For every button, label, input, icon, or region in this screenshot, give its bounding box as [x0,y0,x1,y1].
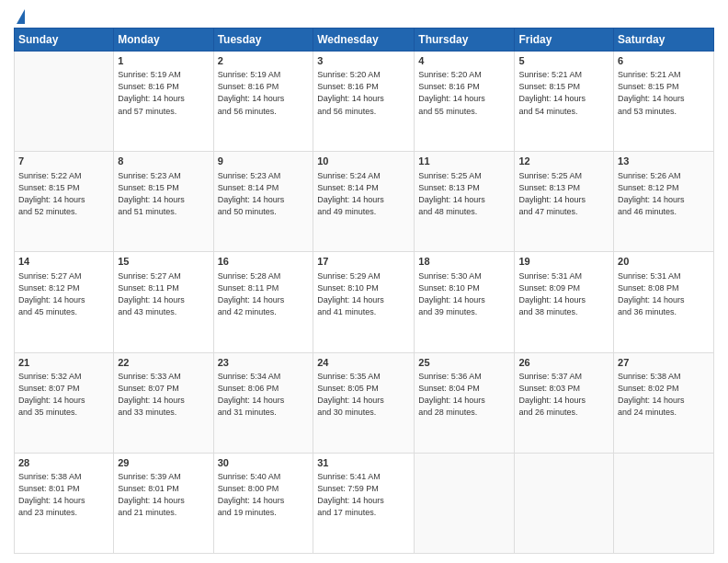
day-number: 9 [218,155,310,168]
day-info: Sunrise: 5:36 AM Sunset: 8:04 PM Dayligh… [418,371,510,419]
calendar-cell: 13Sunrise: 5:26 AM Sunset: 8:12 PM Dayli… [614,152,714,252]
day-number: 10 [317,155,410,168]
day-info: Sunrise: 5:29 AM Sunset: 8:10 PM Dayligh… [317,270,410,318]
calendar-cell: 28Sunrise: 5:38 AM Sunset: 8:01 PM Dayli… [15,453,114,553]
calendar-cell: 8Sunrise: 5:23 AM Sunset: 8:15 PM Daylig… [114,152,213,252]
day-info: Sunrise: 5:39 AM Sunset: 8:01 PM Dayligh… [118,471,209,519]
day-number: 18 [418,255,510,269]
day-number: 26 [518,356,609,370]
day-info: Sunrise: 5:32 AM Sunset: 8:07 PM Dayligh… [18,371,109,419]
day-number: 19 [518,255,609,269]
calendar-cell: 29Sunrise: 5:39 AM Sunset: 8:01 PM Dayli… [114,453,213,553]
calendar-cell: 1Sunrise: 5:19 AM Sunset: 8:16 PM Daylig… [114,52,213,152]
calendar-cell [614,453,714,553]
day-info: Sunrise: 5:20 AM Sunset: 8:16 PM Dayligh… [317,69,410,117]
day-number: 29 [118,456,209,470]
day-number: 4 [418,54,510,68]
day-info: Sunrise: 5:26 AM Sunset: 8:12 PM Dayligh… [618,170,710,218]
day-number: 13 [618,155,710,168]
day-info: Sunrise: 5:19 AM Sunset: 8:16 PM Dayligh… [218,69,310,117]
calendar-cell: 31Sunrise: 5:41 AM Sunset: 7:59 PM Dayli… [313,453,415,553]
logo-triangle-icon [17,9,25,24]
calendar-cell: 23Sunrise: 5:34 AM Sunset: 8:06 PM Dayli… [213,352,313,453]
calendar-week-row: 1Sunrise: 5:19 AM Sunset: 8:16 PM Daylig… [15,52,714,152]
day-number: 12 [518,155,609,168]
day-info: Sunrise: 5:23 AM Sunset: 8:15 PM Dayligh… [118,170,209,218]
day-info: Sunrise: 5:34 AM Sunset: 8:06 PM Dayligh… [218,371,310,419]
day-info: Sunrise: 5:21 AM Sunset: 8:15 PM Dayligh… [518,69,609,117]
calendar-cell: 5Sunrise: 5:21 AM Sunset: 8:15 PM Daylig… [515,52,614,152]
calendar-cell: 9Sunrise: 5:23 AM Sunset: 8:14 PM Daylig… [213,152,313,252]
day-info: Sunrise: 5:30 AM Sunset: 8:10 PM Dayligh… [418,270,510,318]
page: SundayMondayTuesdayWednesdayThursdayFrid… [0,0,728,563]
day-info: Sunrise: 5:37 AM Sunset: 8:03 PM Dayligh… [518,371,609,419]
day-number: 27 [618,356,710,370]
day-number: 8 [118,155,209,168]
calendar-day-header: Monday [114,29,213,52]
day-info: Sunrise: 5:41 AM Sunset: 7:59 PM Dayligh… [317,471,410,519]
calendar-cell: 3Sunrise: 5:20 AM Sunset: 8:16 PM Daylig… [313,52,415,152]
calendar-day-header: Friday [515,29,614,52]
calendar-cell: 2Sunrise: 5:19 AM Sunset: 8:16 PM Daylig… [213,52,313,152]
calendar-cell: 20Sunrise: 5:31 AM Sunset: 8:08 PM Dayli… [614,252,714,352]
calendar-cell: 19Sunrise: 5:31 AM Sunset: 8:09 PM Dayli… [515,252,614,352]
calendar-cell: 22Sunrise: 5:33 AM Sunset: 8:07 PM Dayli… [114,352,213,453]
day-number: 2 [218,54,310,68]
calendar-day-header: Tuesday [213,29,313,52]
calendar-table: SundayMondayTuesdayWednesdayThursdayFrid… [14,28,714,554]
day-number: 15 [118,255,209,269]
calendar-cell: 18Sunrise: 5:30 AM Sunset: 8:10 PM Dayli… [415,252,515,352]
day-info: Sunrise: 5:20 AM Sunset: 8:16 PM Dayligh… [418,69,510,117]
calendar-day-header: Saturday [614,29,714,52]
day-info: Sunrise: 5:40 AM Sunset: 8:00 PM Dayligh… [218,471,310,519]
day-number: 21 [18,356,109,370]
day-number: 14 [18,255,109,269]
calendar-day-header: Wednesday [313,29,415,52]
calendar-cell: 12Sunrise: 5:25 AM Sunset: 8:13 PM Dayli… [515,152,614,252]
day-info: Sunrise: 5:24 AM Sunset: 8:14 PM Dayligh… [317,170,410,218]
day-info: Sunrise: 5:38 AM Sunset: 8:01 PM Dayligh… [18,471,109,519]
day-number: 3 [317,54,410,68]
calendar-header-row: SundayMondayTuesdayWednesdayThursdayFrid… [15,29,714,52]
day-number: 11 [418,155,510,168]
calendar-cell: 17Sunrise: 5:29 AM Sunset: 8:10 PM Dayli… [313,252,415,352]
day-info: Sunrise: 5:25 AM Sunset: 8:13 PM Dayligh… [518,170,609,218]
calendar-cell: 10Sunrise: 5:24 AM Sunset: 8:14 PM Dayli… [313,152,415,252]
calendar-cell: 15Sunrise: 5:27 AM Sunset: 8:11 PM Dayli… [114,252,213,352]
calendar-week-row: 28Sunrise: 5:38 AM Sunset: 8:01 PM Dayli… [15,453,714,553]
day-number: 28 [18,456,109,470]
calendar-week-row: 7Sunrise: 5:22 AM Sunset: 8:15 PM Daylig… [15,152,714,252]
calendar-cell: 14Sunrise: 5:27 AM Sunset: 8:12 PM Dayli… [15,252,114,352]
calendar-cell: 4Sunrise: 5:20 AM Sunset: 8:16 PM Daylig… [415,52,515,152]
calendar-cell: 7Sunrise: 5:22 AM Sunset: 8:15 PM Daylig… [15,152,114,252]
day-number: 17 [317,255,410,269]
calendar-cell [415,453,515,553]
calendar-cell [515,453,614,553]
calendar-cell: 27Sunrise: 5:38 AM Sunset: 8:02 PM Dayli… [614,352,714,453]
day-number: 7 [18,155,109,168]
day-info: Sunrise: 5:19 AM Sunset: 8:16 PM Dayligh… [118,69,209,117]
calendar-day-header: Sunday [15,29,114,52]
calendar-cell: 24Sunrise: 5:35 AM Sunset: 8:05 PM Dayli… [313,352,415,453]
day-info: Sunrise: 5:22 AM Sunset: 8:15 PM Dayligh… [18,170,109,218]
day-number: 22 [118,356,209,370]
calendar-cell: 30Sunrise: 5:40 AM Sunset: 8:00 PM Dayli… [213,453,313,553]
day-number: 30 [218,456,310,470]
calendar-cell: 25Sunrise: 5:36 AM Sunset: 8:04 PM Dayli… [415,352,515,453]
day-number: 5 [518,54,609,68]
day-number: 31 [317,456,410,470]
day-info: Sunrise: 5:23 AM Sunset: 8:14 PM Dayligh… [218,170,310,218]
calendar-day-header: Thursday [415,29,515,52]
day-info: Sunrise: 5:25 AM Sunset: 8:13 PM Dayligh… [418,170,510,218]
calendar-week-row: 21Sunrise: 5:32 AM Sunset: 8:07 PM Dayli… [15,352,714,453]
day-number: 16 [218,255,310,269]
day-number: 23 [218,356,310,370]
day-info: Sunrise: 5:27 AM Sunset: 8:12 PM Dayligh… [18,270,109,318]
calendar-cell: 16Sunrise: 5:28 AM Sunset: 8:11 PM Dayli… [213,252,313,352]
logo [14,9,25,20]
day-info: Sunrise: 5:38 AM Sunset: 8:02 PM Dayligh… [618,371,710,419]
day-number: 20 [618,255,710,269]
day-info: Sunrise: 5:28 AM Sunset: 8:11 PM Dayligh… [218,270,310,318]
day-info: Sunrise: 5:21 AM Sunset: 8:15 PM Dayligh… [618,69,710,117]
day-info: Sunrise: 5:31 AM Sunset: 8:08 PM Dayligh… [618,270,710,318]
